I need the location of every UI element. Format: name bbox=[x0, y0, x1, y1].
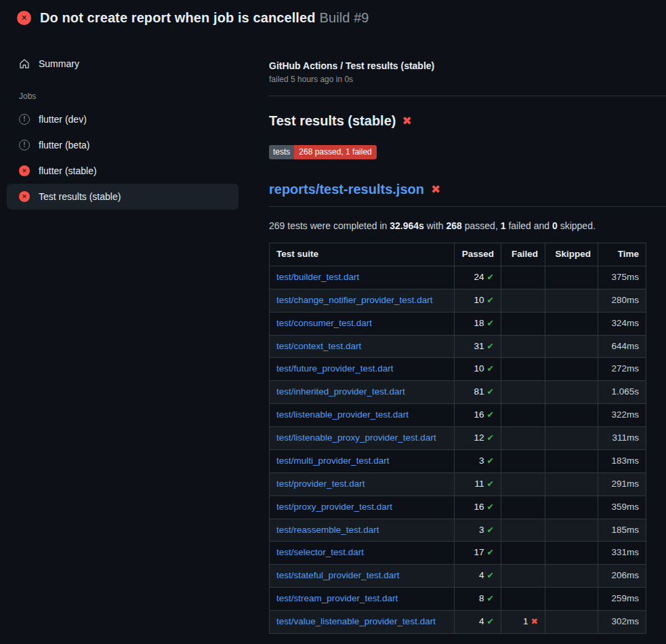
suite-link[interactable]: test/future_provider_test.dart bbox=[276, 363, 394, 374]
suite-link[interactable]: test/provider_test.dart bbox=[276, 479, 365, 489]
suite-link[interactable]: test/stream_provider_test.dart bbox=[276, 593, 398, 603]
summary-passed-count: 268 bbox=[446, 220, 462, 231]
page-layout: Summary Jobs !flutter (dev)!flutter (bet… bbox=[0, 35, 666, 634]
time-cell: 302ms bbox=[598, 611, 646, 634]
column-header-failed: Failed bbox=[501, 243, 545, 266]
test-suite-row: test/multi_provider_test.dart3✔183ms bbox=[270, 449, 646, 472]
suite-link[interactable]: test/selector_test.dart bbox=[276, 547, 364, 557]
failed-cell bbox=[501, 404, 545, 427]
passed-cell: 4✔ bbox=[455, 565, 501, 588]
test-suite-row: test/context_test.dart31✔644ms bbox=[270, 335, 646, 358]
test-suite-row: test/stateful_provider_test.dart4✔206ms bbox=[270, 565, 646, 588]
skipped-cell bbox=[545, 542, 598, 565]
skipped-cell bbox=[545, 427, 598, 450]
failed-cell bbox=[501, 266, 545, 289]
suite-link[interactable]: test/listenable_proxy_provider_test.dart bbox=[276, 432, 436, 443]
failed-cell bbox=[501, 449, 545, 472]
suite-link[interactable]: test/builder_test.dart bbox=[276, 272, 359, 282]
badge-label: tests bbox=[269, 145, 294, 159]
sidebar-item-flutter-stable[interactable]: ✕flutter (stable) bbox=[7, 158, 238, 184]
suite-link[interactable]: test/multi_provider_test.dart bbox=[276, 456, 390, 466]
summary-text: failed and bbox=[506, 220, 553, 231]
suite-link[interactable]: test/reassemble_test.dart bbox=[276, 525, 379, 535]
suite-link[interactable]: test/stateful_provider_test.dart bbox=[276, 570, 400, 580]
check-icon: ✔ bbox=[487, 617, 494, 626]
run-header: ✕ Do not create report when job is cance… bbox=[0, 0, 666, 35]
failed-cell bbox=[501, 542, 545, 565]
sidebar-item-flutter-dev[interactable]: !flutter (dev) bbox=[7, 106, 238, 132]
check-title: Test results (stable) bbox=[269, 113, 396, 129]
run-title-row: Do not create report when job is cancell… bbox=[40, 10, 369, 26]
suite-cell: test/future_provider_test.dart bbox=[270, 358, 455, 381]
home-icon bbox=[19, 58, 30, 69]
passed-cell-value: 3 bbox=[479, 456, 484, 466]
sidebar-item-summary[interactable]: Summary bbox=[7, 52, 238, 75]
test-suite-row: test/builder_test.dart24✔375ms bbox=[270, 266, 646, 289]
suite-cell: test/value_listenable_provider_test.dart bbox=[270, 611, 455, 634]
check-icon: ✔ bbox=[487, 364, 494, 374]
failed-cell-value: 1 bbox=[523, 616, 528, 626]
suite-cell: test/provider_test.dart bbox=[270, 472, 455, 496]
passed-cell: 4✔ bbox=[455, 611, 501, 634]
x-icon: ✖ bbox=[531, 617, 538, 626]
suite-link[interactable]: test/value_listenable_provider_test.dart bbox=[276, 616, 436, 626]
breadcrumb: GitHub Actions / Test results (stable) bbox=[269, 60, 666, 71]
passed-cell-value: 4 bbox=[479, 570, 484, 580]
sidebar-jobs: !flutter (dev)!flutter (beta)✕flutter (s… bbox=[7, 106, 238, 209]
passed-cell: 11✔ bbox=[455, 472, 501, 496]
suite-cell: test/multi_provider_test.dart bbox=[270, 449, 455, 472]
passed-cell: 10✔ bbox=[455, 358, 501, 381]
test-suite-row: test/listenable_proxy_provider_test.dart… bbox=[270, 427, 646, 450]
suite-link[interactable]: test/listenable_provider_test.dart bbox=[276, 409, 409, 420]
passed-cell-value: 3 bbox=[479, 525, 484, 535]
sidebar-item-label: flutter (beta) bbox=[39, 140, 89, 150]
suite-cell: test/builder_test.dart bbox=[270, 266, 455, 289]
test-suite-row: test/consumer_test.dart18✔324ms bbox=[270, 312, 646, 335]
report-link[interactable]: reports/test-results.json bbox=[269, 182, 424, 197]
suite-link[interactable]: test/proxy_provider_test.dart bbox=[276, 502, 392, 512]
time-cell: 311ms bbox=[598, 427, 646, 450]
suite-cell: test/reassemble_test.dart bbox=[270, 519, 455, 542]
skipped-cell bbox=[545, 358, 598, 381]
test-table-body: test/builder_test.dart24✔375mstest/chang… bbox=[270, 266, 646, 633]
passed-cell-value: 24 bbox=[474, 272, 484, 282]
sidebar-item-label: flutter (dev) bbox=[39, 114, 87, 125]
passed-cell: 18✔ bbox=[455, 312, 501, 335]
suite-cell: test/listenable_provider_test.dart bbox=[270, 404, 455, 427]
report-heading-row: reports/test-results.json ✖ bbox=[269, 182, 666, 197]
passed-cell-value: 10 bbox=[474, 295, 484, 305]
passed-cell: 12✔ bbox=[455, 427, 501, 450]
tests-badge: tests 268 passed, 1 failed bbox=[269, 145, 377, 159]
time-cell: 291ms bbox=[598, 472, 646, 496]
suite-link[interactable]: test/change_notifier_provider_test.dart bbox=[276, 295, 432, 305]
passed-cell-value: 81 bbox=[474, 386, 484, 397]
main-content: GitHub Actions / Test results (stable) f… bbox=[269, 35, 666, 634]
passed-cell: 16✔ bbox=[455, 496, 501, 519]
skipped-cell bbox=[545, 312, 598, 335]
time-cell: 206ms bbox=[598, 565, 646, 588]
summary-skipped-count: 0 bbox=[552, 220, 558, 231]
time-cell: 185ms bbox=[598, 519, 646, 542]
badge-value: 268 passed, 1 failed bbox=[294, 145, 376, 159]
suite-link[interactable]: test/consumer_test.dart bbox=[276, 318, 372, 328]
sidebar-item-test-results-stable[interactable]: ✕Test results (stable) bbox=[7, 184, 238, 209]
failed-cell bbox=[501, 588, 545, 611]
test-suite-row: test/change_notifier_provider_test.dart1… bbox=[270, 289, 646, 312]
time-cell: 183ms bbox=[598, 449, 646, 472]
suite-link[interactable]: test/inherited_provider_test.dart bbox=[276, 386, 405, 397]
sidebar-item-flutter-beta[interactable]: !flutter (beta) bbox=[7, 132, 238, 158]
check-icon: ✔ bbox=[487, 479, 494, 489]
summary-text: skipped. bbox=[558, 220, 596, 231]
time-cell: 359ms bbox=[598, 496, 646, 519]
passed-cell-value: 11 bbox=[475, 479, 484, 489]
failed-cell bbox=[501, 519, 545, 542]
summary-text: with bbox=[424, 220, 446, 231]
time-cell: 331ms bbox=[598, 542, 646, 565]
check-icon: ✔ bbox=[487, 433, 494, 443]
passed-cell-value: 8 bbox=[479, 593, 484, 603]
passed-cell-value: 10 bbox=[474, 363, 484, 374]
suite-link[interactable]: test/context_test.dart bbox=[276, 341, 361, 351]
sidebar-item-label: flutter (stable) bbox=[39, 165, 97, 176]
test-suite-row: test/stream_provider_test.dart8✔259ms bbox=[270, 588, 646, 611]
check-icon: ✔ bbox=[487, 387, 494, 397]
